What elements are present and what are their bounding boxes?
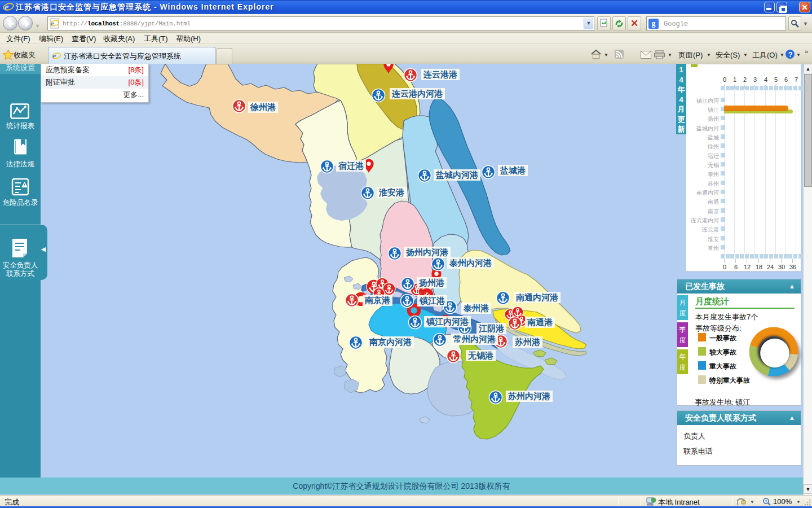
svg-text:?: ? xyxy=(788,51,792,59)
